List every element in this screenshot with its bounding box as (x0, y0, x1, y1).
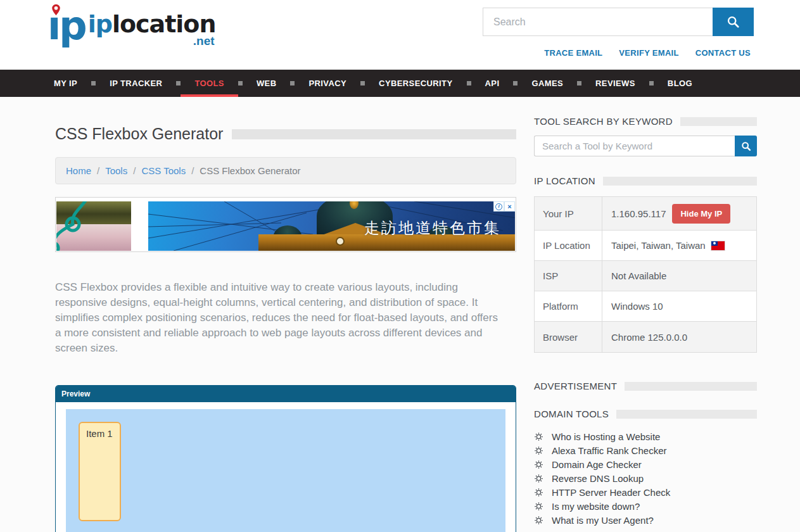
breadcrumb-css-tools[interactable]: CSS Tools (141, 165, 186, 176)
tool-search-input[interactable] (534, 136, 735, 156)
tool-search-heading: TOOL SEARCH BY KEYWORD (534, 116, 673, 127)
breadcrumb-separator: / (97, 165, 99, 176)
main-nav: MY IP IP TRACKER TOOLS WEB PRIVACY CYBER… (0, 70, 800, 97)
ip-location-value: Taipei, Taiwan, Taiwan (611, 240, 706, 251)
gear-icon (534, 432, 543, 441)
breadcrumb-tools[interactable]: Tools (105, 165, 127, 176)
nav-separator (467, 81, 471, 86)
ad-info-icon[interactable]: i (493, 201, 504, 212)
header-links: TRACE EMAIL VERIFY EMAIL CONTACT US (544, 48, 751, 58)
breadcrumb: Home / Tools / CSS Tools / CSS Flexbox G… (55, 157, 516, 184)
table-row: IP Location Taipei, Taiwan, Taiwan (535, 231, 756, 261)
map-pin-icon (51, 4, 61, 16)
ad-left-image (56, 201, 131, 251)
row-label: Platform (535, 291, 602, 321)
isp-value: Not Available (602, 270, 756, 281)
ip-location-heading: IP LOCATION (534, 175, 595, 186)
gear-icon (534, 474, 543, 483)
gear-icon (534, 516, 543, 525)
table-row: ISP Not Available (535, 261, 756, 291)
nav-item-reviews[interactable]: REVIEWS (581, 70, 649, 97)
header-search-button[interactable] (713, 8, 754, 36)
header-search (483, 8, 754, 36)
ad-choices: i × (493, 201, 515, 212)
tool-search (534, 136, 757, 156)
verify-email-link[interactable]: VERIFY EMAIL (619, 48, 678, 58)
breadcrumb-home[interactable]: Home (66, 165, 91, 176)
contact-us-link[interactable]: CONTACT US (695, 48, 751, 58)
hide-my-ip-button[interactable]: Hide My IP (672, 204, 730, 224)
sidebar: TOOL SEARCH BY KEYWORD IP LOCATION Your … (534, 97, 757, 527)
tool-search-button[interactable] (735, 136, 757, 156)
nav-item-privacy[interactable]: PRIVACY (295, 70, 360, 97)
breadcrumb-current: CSS Flexbox Generator (200, 165, 300, 176)
ad-route-doodle (56, 201, 127, 251)
taiwan-flag-icon (711, 241, 725, 250)
row-label: ISP (535, 261, 602, 291)
gear-icon (534, 502, 543, 511)
list-item-who-is-hosting[interactable]: Who is Hosting a Website (534, 429, 757, 443)
site-header: ıp iplocation .net TRACE EMAIL V (0, 0, 800, 70)
nav-separator (238, 81, 243, 86)
nav-separator (176, 81, 181, 86)
nav-item-api[interactable]: API (471, 70, 514, 97)
nav-separator (513, 81, 517, 86)
ad-main-image: 走訪地道特色市集 i × (148, 201, 515, 251)
list-item-website-down[interactable]: Is my website down? (534, 499, 757, 513)
gear-icon (534, 446, 543, 455)
nav-separator (91, 81, 96, 86)
your-ip-value: 1.160.95.117 (611, 208, 666, 219)
platform-value: Windows 10 (602, 301, 756, 312)
heading-decorative-bar (616, 410, 757, 419)
list-item-user-agent[interactable]: What is my User Agent? (534, 513, 757, 527)
ad-caption: 走訪地道特色市集 (364, 218, 501, 238)
nav-item-tools[interactable]: TOOLS (181, 70, 238, 97)
table-row: Your IP 1.160.95.117 Hide My IP (535, 197, 756, 231)
table-row: Browser Chrome 125.0.0.0 (535, 322, 756, 352)
table-row: Platform Windows 10 (535, 291, 756, 322)
gear-icon (534, 488, 543, 497)
page: ıp iplocation .net TRACE EMAIL V (0, 0, 800, 532)
list-item-alexa-rank[interactable]: Alexa Traffic Rank Checker (534, 443, 757, 457)
domain-tools-heading: DOMAIN TOOLS (534, 408, 609, 419)
breadcrumb-separator: / (133, 165, 136, 176)
row-label: Browser (535, 322, 602, 352)
nav-item-blog[interactable]: BLOG (654, 70, 706, 97)
nav-item-my-ip[interactable]: MY IP (40, 70, 91, 97)
page-title: CSS Flexbox Generator (55, 125, 223, 143)
ad-banner[interactable]: 走訪地道特色市集 i × (55, 197, 516, 252)
list-item-http-header[interactable]: HTTP Server Header Check (534, 485, 757, 499)
preview-panel-header: Preview (56, 386, 516, 402)
logo-word-ip: ip (88, 10, 112, 38)
row-label: IP Location (535, 231, 602, 260)
nav-separator (649, 81, 654, 86)
nav-item-games[interactable]: GAMES (517, 70, 577, 97)
advertisement-heading: ADVERTISEMENT (534, 381, 617, 391)
ip-location-table: Your IP 1.160.95.117 Hide My IP IP Locat… (534, 196, 757, 353)
flexbox-preview-container: Item 1 (66, 409, 505, 532)
site-logo[interactable]: ıp iplocation .net (48, 3, 216, 49)
list-item-reverse-dns[interactable]: Reverse DNS Lookup (534, 471, 757, 485)
browser-value: Chrome 125.0.0.0 (602, 332, 756, 343)
trace-email-link[interactable]: TRACE EMAIL (544, 48, 602, 58)
nav-separator (360, 81, 365, 86)
ad-clock (336, 237, 345, 246)
gear-icon (534, 460, 543, 469)
logo-wordmark: iplocation .net (88, 11, 216, 48)
nav-item-ip-tracker[interactable]: IP TRACKER (96, 70, 176, 97)
title-decorative-bar (232, 129, 516, 139)
ad-close-icon[interactable]: × (504, 201, 515, 212)
header-search-input[interactable] (483, 8, 713, 36)
nav-separator (577, 81, 581, 86)
tool-description: CSS Flexbox provides a flexible and intu… (55, 280, 506, 356)
flexbox-preview-item[interactable]: Item 1 (79, 422, 121, 521)
heading-decorative-bar (603, 177, 757, 186)
search-icon (741, 141, 751, 151)
nav-item-cybersecurity[interactable]: CYBERSECURITY (365, 70, 466, 97)
breadcrumb-separator: / (191, 165, 194, 176)
row-label: Your IP (535, 197, 602, 230)
domain-tools-list: Who is Hosting a Website Alexa Traffic R… (534, 429, 757, 527)
nav-item-web[interactable]: WEB (243, 70, 291, 97)
list-item-domain-age[interactable]: Domain Age Checker (534, 457, 757, 471)
heading-decorative-bar (680, 117, 757, 126)
